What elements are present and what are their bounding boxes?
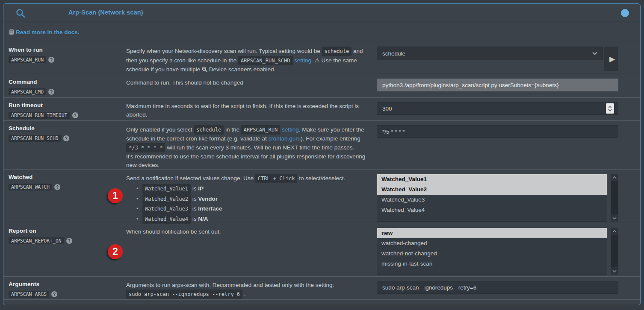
watched-scrollbar[interactable] bbox=[611, 174, 618, 222]
scroll-up-icon[interactable] bbox=[611, 174, 618, 181]
help-icon[interactable]: ? bbox=[48, 57, 54, 63]
setting-code-badge: ARPSCAN_REPORT_ON bbox=[9, 237, 64, 244]
listbox-option[interactable]: Watched_Value3 bbox=[377, 195, 607, 205]
description-text: When should notification be sent out. bbox=[126, 228, 221, 235]
setting-description: When should notification be sent out. bbox=[126, 228, 377, 276]
setting-row-arpscan-args: Arguments ARPSCAN_ARGS? Arguments to run… bbox=[3, 276, 640, 299]
scroll-up-icon[interactable] bbox=[611, 228, 618, 235]
docs-book-icon bbox=[9, 29, 14, 35]
inline-code: Watched_Value1 bbox=[142, 184, 191, 194]
run-timeout-input[interactable] bbox=[377, 102, 618, 115]
number-spinner[interactable] bbox=[606, 103, 614, 114]
description-text: Maximum time in seconds to wait for the … bbox=[126, 103, 359, 118]
zoom-plus-icon bbox=[202, 65, 207, 74]
help-icon[interactable]: ? bbox=[63, 135, 69, 141]
setting-label: Command bbox=[9, 79, 126, 85]
play-icon: ▶ bbox=[609, 55, 615, 63]
description-text: . bbox=[311, 57, 315, 64]
setting-description: Maximum time in seconds to wait for the … bbox=[126, 102, 377, 120]
docs-link[interactable]: Read more in the docs. bbox=[16, 29, 80, 35]
description-text: Device scanners enabled. bbox=[207, 66, 275, 73]
watched-value-item: Watched_Value3 is Interface bbox=[136, 204, 372, 214]
listbox-option[interactable]: new bbox=[377, 228, 607, 238]
watched-listbox[interactable]: Watched_Value1Watched_Value2Watched_Valu… bbox=[377, 174, 607, 222]
setting-label: When to run bbox=[9, 47, 126, 53]
help-icon[interactable]: ? bbox=[66, 238, 72, 244]
setting-row-arpscan-watch: 1 Watched ARPSCAN_WATCH? Send a notifica… bbox=[3, 169, 640, 223]
chevron-down-icon bbox=[592, 52, 597, 55]
setting-row-arpscan-run-timeout: Run timeout ARPSCAN_RUN_TIMEOUT? Maximum… bbox=[3, 97, 640, 120]
warning-icon: ⚠ bbox=[315, 56, 320, 64]
setting-label: Report on bbox=[9, 228, 126, 234]
inline-code: sudo arp-scan --ignoredups --retry=6 bbox=[126, 290, 242, 299]
help-icon[interactable]: ? bbox=[48, 89, 54, 95]
run-now-button[interactable]: ▶ bbox=[604, 47, 618, 71]
spinner-up-icon bbox=[608, 106, 612, 108]
bullet-text: is bbox=[191, 185, 198, 192]
inline-code: Watched_Value2 bbox=[142, 194, 191, 205]
description-text: Send a notification if selected values c… bbox=[126, 175, 255, 181]
annotation-badge-2: 2 bbox=[108, 244, 123, 259]
inline-code: schedule bbox=[194, 125, 224, 135]
scroll-down-icon[interactable] bbox=[611, 267, 618, 275]
setting-row-arpscan-cmd: Command ARPSCAN_CMD? Command to run. Thi… bbox=[3, 74, 640, 97]
setting-description: Command to run. This should not be chang… bbox=[126, 79, 377, 97]
inline-code: schedule bbox=[322, 47, 352, 56]
setting-description: Specify when your Network-discovery scan… bbox=[126, 47, 377, 74]
search-icon[interactable] bbox=[15, 8, 26, 18]
setting-description: Arguments to run arps-scan with. Recomme… bbox=[126, 281, 377, 299]
setting-row-arpscan-run-schd: Schedule ARPSCAN_RUN_SCHD? Only enabled … bbox=[3, 120, 640, 169]
setting-description: Send a notification if selected values c… bbox=[126, 174, 372, 183]
inline-link[interactable]: setting bbox=[282, 126, 299, 133]
setting-code-badge: ARPSCAN_RUN_TIMEOUT bbox=[9, 112, 70, 119]
schedule-input[interactable] bbox=[377, 125, 618, 138]
bullet-value: Interface bbox=[198, 205, 222, 212]
bullet-value: Vendor bbox=[198, 196, 218, 202]
inline-code: ARPSCAN_RUN_SCHD bbox=[238, 56, 293, 65]
bullet-value: IP bbox=[198, 185, 204, 192]
listbox-option[interactable]: watched-changed bbox=[377, 238, 607, 249]
report-on-listbox[interactable]: newwatched-changedwatched-not-changedmis… bbox=[377, 228, 607, 275]
panel-header: Arp-Scan (Network scan) bbox=[3, 4, 640, 22]
description-text: will run the scan every 3 minutes. Will … bbox=[165, 144, 354, 151]
status-circle-icon bbox=[621, 9, 629, 17]
listbox-option[interactable]: Watched_Value4 bbox=[377, 205, 607, 215]
scroll-down-icon[interactable] bbox=[611, 214, 618, 222]
setting-row-arpscan-run: When to run ARPSCAN_RUN? Specify when yo… bbox=[3, 42, 640, 74]
command-input[interactable] bbox=[377, 79, 618, 91]
description-text: Only enabled if you select bbox=[126, 126, 194, 133]
bullet-value: N/A bbox=[198, 216, 208, 222]
watched-value-item: Watched_Value2 is Vendor bbox=[136, 194, 372, 205]
help-icon[interactable]: ? bbox=[72, 112, 78, 118]
description-text: in the bbox=[224, 126, 241, 133]
select-value: schedule bbox=[382, 50, 592, 57]
report-on-scrollbar[interactable] bbox=[611, 228, 618, 275]
listbox-option[interactable]: Watched_Value2 bbox=[377, 184, 607, 195]
inline-link[interactable]: setting bbox=[294, 57, 311, 64]
inline-code: Watched_Value3 bbox=[142, 204, 191, 214]
inline-code: CTRL + Click bbox=[255, 174, 298, 183]
setting-code-badge: ARPSCAN_ARGS bbox=[9, 291, 49, 298]
listbox-option[interactable]: Watched_Value1 bbox=[377, 174, 607, 184]
annotation-badge-1: 1 bbox=[108, 188, 123, 203]
setting-code-badge: ARPSCAN_WATCH bbox=[9, 184, 52, 190]
page-title: Arp-Scan (Network scan) bbox=[68, 9, 143, 16]
when-to-run-select[interactable]: schedule bbox=[377, 47, 603, 60]
spinner-down-icon bbox=[608, 109, 612, 111]
plugin-settings-panel: Arp-Scan (Network scan) Read more in the… bbox=[3, 3, 641, 305]
listbox-option[interactable]: missing-in-last-scan bbox=[377, 259, 607, 269]
listbox-option[interactable]: watched-not-changed bbox=[377, 249, 607, 259]
help-icon[interactable]: ? bbox=[51, 291, 57, 297]
description-text: Arguments to run arps-scan with. Recomme… bbox=[126, 282, 334, 288]
description-text: ). For example entering bbox=[301, 135, 360, 142]
setting-row-arpscan-report-on: 2 Report on ARPSCAN_REPORT_ON? When shou… bbox=[3, 223, 640, 276]
inline-code: ARPSCAN_RUN bbox=[241, 125, 280, 135]
inline-link[interactable]: crontab.guru bbox=[268, 135, 301, 142]
inline-code: */3 * * * * bbox=[126, 143, 165, 152]
setting-description: Only enabled if you select schedule in t… bbox=[126, 125, 377, 170]
arguments-input[interactable] bbox=[377, 281, 618, 294]
watched-values-list: Watched_Value1 is IPWatched_Value2 is Ve… bbox=[136, 184, 372, 224]
help-icon[interactable]: ? bbox=[54, 184, 60, 190]
docs-row: Read more in the docs. bbox=[3, 22, 640, 42]
setting-code-badge: ARPSCAN_RUN bbox=[9, 56, 46, 63]
